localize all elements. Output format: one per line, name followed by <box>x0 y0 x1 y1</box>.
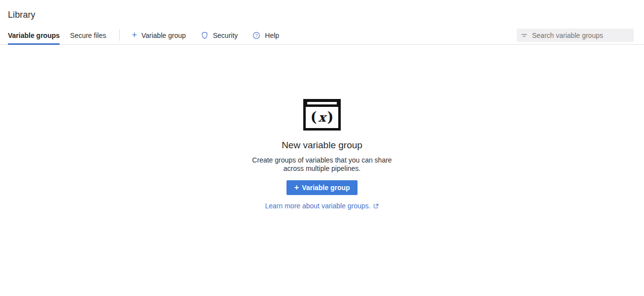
tab-secure-files-label: Secure files <box>70 32 106 39</box>
external-link-icon <box>373 203 379 209</box>
variable-group-button[interactable]: + Variable group <box>286 180 357 195</box>
svg-text:?: ? <box>255 33 258 38</box>
variable-group-button-label: Variable group <box>302 184 350 192</box>
security-label: Security <box>213 32 238 39</box>
plus-icon: + <box>132 31 137 39</box>
page-title: Library <box>8 10 636 20</box>
library-page: Library Variable groups Secure files + V… <box>0 0 644 210</box>
help-icon: ? <box>252 32 260 39</box>
learn-more-link[interactable]: Learn more about variable groups. <box>265 202 379 210</box>
learn-more-link-label: Learn more about variable groups. <box>265 202 370 210</box>
shield-icon <box>201 32 209 39</box>
plus-icon: + <box>294 183 299 192</box>
variable-group-icon-titlebar <box>306 101 338 107</box>
variable-group-icon: ( x ) <box>303 99 341 131</box>
add-variable-group-label: Variable group <box>142 32 186 39</box>
page-header: Library <box>0 0 644 26</box>
security-button[interactable]: Security <box>201 32 238 39</box>
variable-groups-empty-state: ( x ) New variable group Create groups o… <box>252 99 392 210</box>
tab-bar: Variable groups Secure files + Variable … <box>0 26 644 45</box>
search-variable-groups-box[interactable] <box>517 29 634 42</box>
search-variable-groups-input[interactable] <box>532 32 630 39</box>
tab-variable-groups[interactable]: Variable groups <box>8 26 60 44</box>
help-label: Help <box>265 32 279 39</box>
content-area: ( x ) New variable group Create groups o… <box>0 45 644 210</box>
toolbar-divider <box>119 30 120 41</box>
tab-secure-files[interactable]: Secure files <box>70 26 106 44</box>
help-button[interactable]: ? Help <box>252 32 279 39</box>
add-variable-group-button[interactable]: + Variable group <box>132 31 186 40</box>
tab-variable-groups-label: Variable groups <box>8 32 60 39</box>
filter-icon <box>521 32 528 39</box>
empty-state-description: Create groups of variables that you can … <box>252 156 392 173</box>
empty-state-title: New variable group <box>282 140 362 151</box>
